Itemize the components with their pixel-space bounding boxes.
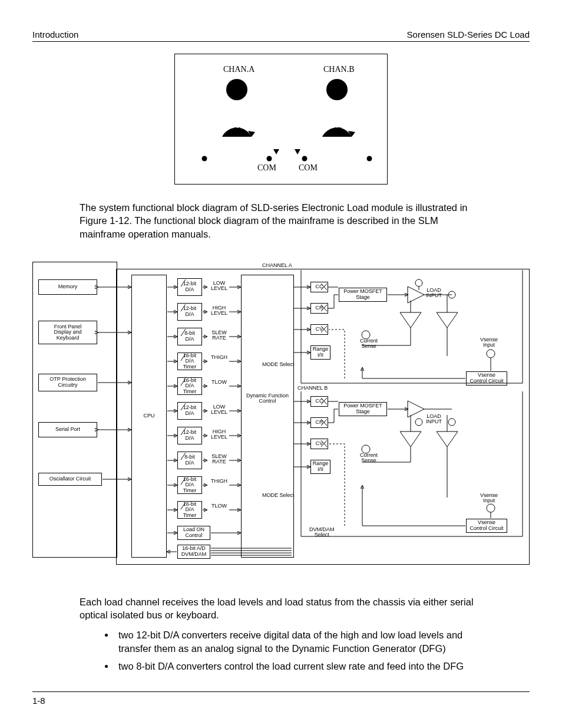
page-number: 1-8 bbox=[32, 696, 45, 706]
svg-line-92 bbox=[181, 354, 186, 361]
svg-point-59 bbox=[487, 350, 495, 358]
svg-marker-54 bbox=[400, 312, 421, 328]
svg-marker-57 bbox=[437, 312, 458, 328]
svg-marker-50 bbox=[408, 286, 424, 303]
fig1-com-l: COM bbox=[257, 163, 276, 173]
svg-marker-10 bbox=[273, 149, 279, 154]
svg-line-100 bbox=[181, 403, 186, 410]
svg-point-56 bbox=[362, 331, 370, 339]
document-page: Introduction Sorensen SLD-Series DC Load bbox=[0, 0, 562, 728]
svg-point-8 bbox=[267, 156, 272, 162]
svg-line-88 bbox=[181, 329, 186, 336]
figure-channel-diagram: CHAN.A CHAN.B IA IB COM COM bbox=[174, 54, 388, 185]
bullet-2: two 8-bit D/A converters control the loa… bbox=[115, 660, 482, 673]
svg-line-112 bbox=[181, 477, 186, 485]
header-right: Sorensen SLD-Series DC Load bbox=[407, 29, 530, 39]
svg-line-84 bbox=[181, 304, 186, 311]
fig1-ia: IA bbox=[234, 126, 243, 136]
fig1-chan-b: CHAN.B bbox=[323, 65, 355, 74]
svg-marker-64 bbox=[400, 431, 421, 447]
header-left: Introduction bbox=[32, 29, 78, 39]
svg-line-96 bbox=[181, 378, 186, 386]
svg-line-80 bbox=[181, 279, 186, 286]
svg-point-66 bbox=[362, 445, 370, 453]
svg-marker-61 bbox=[408, 401, 424, 417]
figure-block-diagram: Memory Front Panel Display and Keyboard … bbox=[32, 262, 530, 574]
fig1-chan-a: CHAN.A bbox=[223, 65, 254, 74]
svg-marker-22 bbox=[295, 149, 300, 154]
svg-point-62 bbox=[415, 419, 422, 426]
page-header: Introduction Sorensen SLD-Series DC Load bbox=[32, 29, 530, 42]
svg-line-104 bbox=[181, 428, 186, 435]
svg-point-20 bbox=[367, 156, 372, 162]
fig1-ib: IB bbox=[334, 126, 342, 136]
paragraph-2: Each load channel receives the load leve… bbox=[80, 595, 482, 622]
bullet-list: two 12-bit D/A converters receive digita… bbox=[103, 628, 482, 673]
bullet-1: two 12-bit D/A converters receive digita… bbox=[115, 628, 482, 655]
svg-line-108 bbox=[181, 453, 186, 460]
svg-point-19 bbox=[302, 156, 308, 162]
fig1-com-r: COM bbox=[299, 163, 318, 173]
svg-point-7 bbox=[202, 156, 207, 162]
svg-line-116 bbox=[181, 502, 186, 509]
page-footer: 1-8 bbox=[32, 691, 530, 706]
svg-point-69 bbox=[487, 504, 495, 512]
paragraph-1: The system functional block diagram of S… bbox=[80, 201, 482, 241]
svg-point-63 bbox=[448, 419, 455, 426]
svg-marker-67 bbox=[437, 431, 458, 447]
svg-point-51 bbox=[415, 279, 422, 286]
